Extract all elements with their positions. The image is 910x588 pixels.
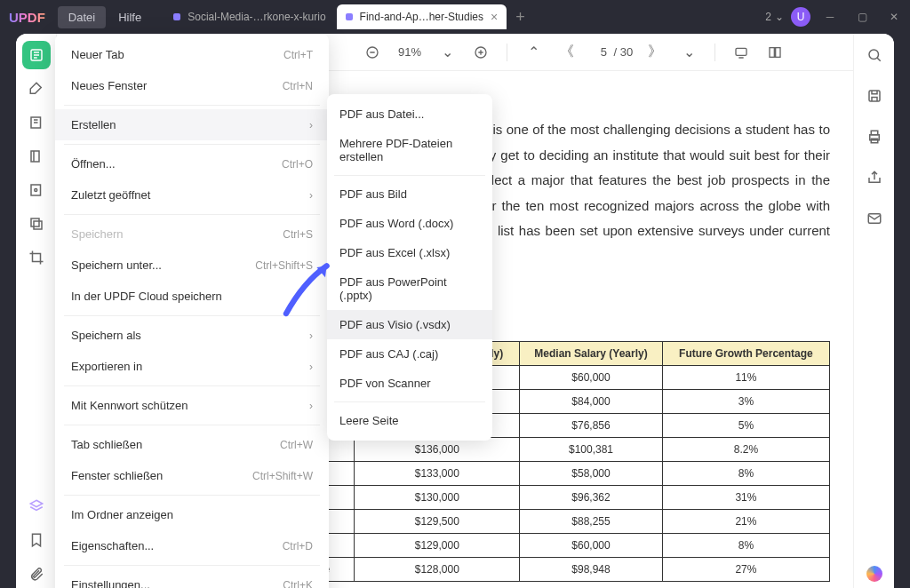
menu-item[interactable]: Erstellen› <box>55 109 329 140</box>
menu-item[interactable]: Tab schließenCtrl+W <box>55 429 329 460</box>
prev-page-button[interactable]: 《 <box>555 41 579 64</box>
menu-item[interactable]: Neues FensterCtrl+N <box>55 70 329 101</box>
submenu-item[interactable]: PDF aus Word (.docx) <box>327 209 492 238</box>
reader-mode-button[interactable] <box>22 41 51 69</box>
table-header: Future Growth Percentage <box>662 342 829 366</box>
file-icon <box>173 13 180 20</box>
page-display-icon[interactable] <box>763 41 786 64</box>
left-rail <box>16 34 57 588</box>
tools-icon[interactable] <box>22 176 51 204</box>
submenu-item[interactable]: PDF aus PowerPoint (.pptx) <box>327 267 492 310</box>
app-logo: UPDF <box>9 10 45 25</box>
new-tab-button[interactable]: + <box>508 8 532 27</box>
share-icon[interactable] <box>860 163 889 192</box>
close-icon[interactable]: × <box>491 10 498 24</box>
submenu-item[interactable]: PDF von Scanner <box>327 369 492 398</box>
window-right-controls: 2 ⌄ U ─ ▢ ✕ <box>765 4 906 29</box>
menu-help[interactable]: Hilfe <box>108 6 152 28</box>
search-icon[interactable] <box>860 41 889 69</box>
tab-inactive[interactable]: Social-Media-…rkone-x-kurio <box>164 5 334 28</box>
maximize-button[interactable]: ▢ <box>850 4 874 29</box>
chevron-down-icon: ⌄ <box>775 11 784 23</box>
menu-item[interactable]: SpeichernCtrl+S <box>55 219 329 250</box>
right-rail <box>853 34 894 588</box>
last-page-button[interactable]: ⌄ <box>677 41 700 64</box>
document-tabs: Social-Media-…rkone-x-kurio Find-and-Ap…… <box>164 4 765 29</box>
submenu-item[interactable]: PDF aus Excel (.xlsx) <box>327 238 492 267</box>
create-submenu: PDF aus Datei...Mehrere PDF-Dateien erst… <box>327 94 492 441</box>
print-icon[interactable] <box>860 123 889 151</box>
menu-file[interactable]: Datei <box>58 6 106 28</box>
menu-item[interactable]: Eigenschaften...Ctrl+D <box>55 530 329 561</box>
copilot-icon[interactable] <box>860 560 889 588</box>
tab-active[interactable]: Find-and-Ap…her-Studies × <box>337 4 507 29</box>
next-page-button[interactable]: 》 <box>643 41 667 64</box>
svg-point-12 <box>869 50 879 60</box>
submenu-item[interactable]: Leere Seite <box>327 406 492 435</box>
chevron-right-icon: › <box>309 119 313 131</box>
menu-item[interactable]: Im Ordner anzeigen <box>55 499 329 530</box>
table-header: Median Salary (Yearly) <box>520 342 663 366</box>
first-page-button[interactable]: ⌃ <box>522 41 545 64</box>
menu-item[interactable]: Zuletzt geöffnet› <box>55 179 329 211</box>
menu-item[interactable]: Mit Kennwort schützen› <box>55 390 329 421</box>
highlighter-icon[interactable] <box>22 75 51 103</box>
menu-item[interactable]: Exportieren in› <box>55 351 329 382</box>
svg-rect-10 <box>770 47 774 57</box>
zoom-in-button[interactable] <box>469 41 492 64</box>
layers-icon[interactable] <box>22 492 51 520</box>
svg-rect-2 <box>31 151 39 162</box>
svg-rect-6 <box>31 219 39 226</box>
edit-text-icon[interactable] <box>22 108 51 137</box>
page-indicator: 5 / 30 <box>589 45 633 59</box>
svg-rect-15 <box>871 131 878 135</box>
zoom-dropdown-icon[interactable]: ⌄ <box>435 41 459 64</box>
menu-item[interactable]: Öffnen...Ctrl+O <box>55 148 329 179</box>
crop-icon[interactable] <box>22 243 51 272</box>
submenu-item[interactable]: Mehrere PDF-Dateien erstellen <box>327 129 492 171</box>
notification-badge[interactable]: 2 ⌄ <box>765 11 784 23</box>
save-icon[interactable] <box>860 82 889 110</box>
svg-rect-9 <box>736 48 746 55</box>
svg-rect-3 <box>31 185 41 195</box>
svg-rect-11 <box>776 47 780 57</box>
menu-item[interactable]: Neuer TabCtrl+T <box>55 39 329 70</box>
bookmark-icon[interactable] <box>22 526 51 554</box>
chevron-right-icon: › <box>309 361 313 373</box>
menubar: Datei Hilfe <box>58 6 152 28</box>
pages-icon[interactable] <box>22 142 51 171</box>
zoom-level: 91% <box>395 45 425 59</box>
tab-label: Find-and-Ap…her-Studies <box>360 11 483 23</box>
chevron-right-icon: › <box>309 330 313 342</box>
file-icon <box>346 13 353 20</box>
present-icon[interactable] <box>730 41 753 64</box>
submenu-item[interactable]: PDF aus Bild <box>327 179 492 209</box>
svg-point-4 <box>34 189 36 192</box>
annotation-arrow <box>275 253 347 328</box>
zoom-out-button[interactable] <box>361 41 384 64</box>
chevron-right-icon: › <box>309 400 313 412</box>
chevron-right-icon: › <box>309 189 313 202</box>
menu-item[interactable]: Einstellungen...Ctrl+K <box>55 569 329 588</box>
copy-icon[interactable] <box>22 210 51 238</box>
attachment-icon[interactable] <box>22 560 51 588</box>
tab-label: Social-Media-…rkone-x-kurio <box>188 11 325 23</box>
minimize-button[interactable]: ─ <box>818 4 842 29</box>
menu-item[interactable]: Fenster schließenCtrl+Shift+W <box>55 460 329 491</box>
mail-icon[interactable] <box>860 204 889 233</box>
submenu-item[interactable]: PDF aus CAJ (.caj) <box>327 339 492 369</box>
submenu-item[interactable]: PDF aus Visio (.vsdx) <box>327 310 492 339</box>
svg-rect-13 <box>869 91 880 101</box>
titlebar: UPDF Datei Hilfe Social-Media-…rkone-x-k… <box>0 0 910 34</box>
close-button[interactable]: ✕ <box>882 4 906 29</box>
svg-rect-5 <box>34 221 42 229</box>
submenu-item[interactable]: PDF aus Datei... <box>327 99 492 129</box>
avatar[interactable]: U <box>791 7 810 27</box>
